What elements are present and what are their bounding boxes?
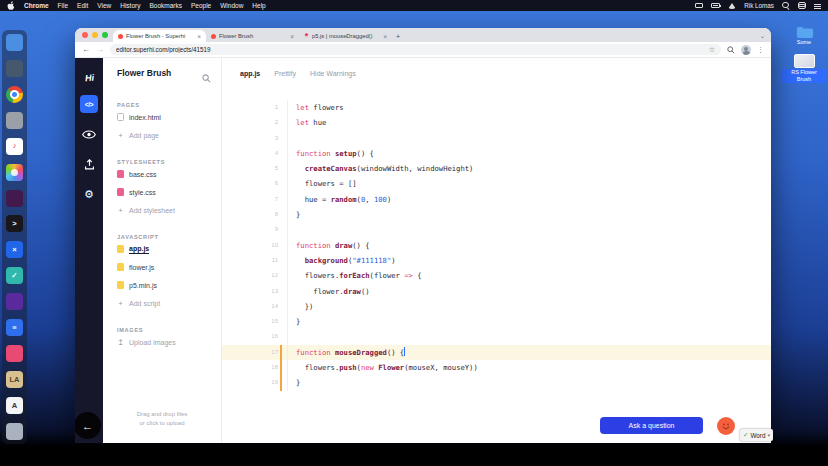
back-button-circle[interactable]: ← — [75, 412, 101, 439]
superhi-logo[interactable]: Hi — [83, 63, 94, 93]
menubar-menus: ChromeFileEditViewHistoryBookmarksPeople… — [7, 1, 266, 10]
notification-icon[interactable] — [814, 4, 821, 9]
sidebar-item-add-stylesheet[interactable]: +Add stylesheet — [117, 201, 221, 219]
browser-tab-1[interactable]: Flower Brush - Superhi× — [113, 30, 206, 42]
dock-icon-slack[interactable] — [6, 190, 23, 207]
code-line[interactable]: 3 — [222, 131, 771, 146]
minimize-button[interactable] — [92, 32, 98, 38]
menu-file[interactable]: File — [58, 2, 68, 9]
code-line[interactable]: 15} — [222, 314, 771, 329]
code-line[interactable]: 11 background("#111118") — [222, 253, 771, 268]
dock-icon-app-slate[interactable] — [6, 60, 23, 77]
close-button[interactable] — [82, 32, 88, 38]
menu-edit[interactable]: Edit — [77, 2, 88, 9]
forward-button[interactable]: → — [96, 46, 104, 54]
dock-icon-app-blue-x[interactable]: × — [6, 241, 23, 258]
dock-icon-finder[interactable] — [6, 34, 23, 51]
battery-icon[interactable] — [711, 3, 720, 8]
publish-upload-icon[interactable] — [80, 155, 98, 173]
code-line[interactable]: 18 flowers.push(new Flower(mouseX, mouse… — [222, 360, 771, 375]
bookmark-star-icon[interactable]: ☆ — [709, 46, 715, 53]
apple-icon[interactable] — [7, 1, 15, 10]
upload-dropzone[interactable]: Drag and drop files or click to upload — [103, 410, 221, 429]
search-icon-mb[interactable] — [782, 2, 790, 10]
action-hide-warnings[interactable]: Hide Warnings — [310, 70, 356, 77]
menu-view[interactable]: View — [97, 2, 111, 9]
menu-help[interactable]: Help — [252, 2, 265, 9]
user-name[interactable]: Rik Lomas — [744, 2, 774, 9]
code-editor-icon[interactable]: </> — [80, 95, 98, 113]
sidebar-item-label: Upload images — [129, 339, 176, 346]
search-icon[interactable] — [202, 69, 211, 87]
tab-close-icon[interactable]: × — [290, 33, 294, 40]
code-line[interactable]: 4function setup() { — [222, 146, 771, 161]
code-line[interactable]: 8} — [222, 207, 771, 222]
browser-tab-2[interactable]: Flower Brush× — [206, 30, 299, 42]
dock-icon-photos[interactable] — [6, 164, 23, 181]
code-line[interactable]: 5 createCanvas(windowWidth, windowHeight… — [222, 161, 771, 176]
wifi-icon[interactable] — [728, 3, 736, 9]
code-line[interactable]: 9 — [222, 222, 771, 237]
sidebar-item-upload-images[interactable]: ↥Upload images — [117, 333, 221, 351]
code-line[interactable]: 6 flowers = [] — [222, 176, 771, 191]
zoom-button[interactable] — [102, 32, 108, 38]
desktop-icon-folder[interactable]: Some — [782, 26, 826, 46]
dock-icon-app-purple[interactable] — [6, 293, 23, 310]
code-line[interactable]: 12 flowers.forEach(flower => { — [222, 268, 771, 283]
code-line[interactable]: 16 — [222, 329, 771, 344]
code-line[interactable]: 19} — [222, 375, 771, 390]
tab-search-chevron-icon[interactable]: ⌄ — [760, 33, 765, 39]
code-line[interactable]: 14 }) — [222, 299, 771, 314]
code-line[interactable]: 10function draw() { — [222, 238, 771, 253]
dock-icon-terminal[interactable]: > — [6, 215, 23, 232]
preview-eye-icon[interactable] — [80, 125, 98, 143]
sidebar-item-p5-min-js[interactable]: p5.min.js — [117, 276, 221, 294]
menu-window[interactable]: Window — [220, 2, 243, 9]
search-zoom-icon[interactable] — [727, 46, 735, 54]
tab-close-icon[interactable]: × — [197, 33, 201, 40]
dock-icon-notes-blue[interactable]: ≡ — [6, 319, 23, 336]
sidebar-item-index-html[interactable]: index.html — [117, 108, 221, 126]
code-line[interactable]: 2let hue — [222, 115, 771, 130]
menu-bookmarks[interactable]: Bookmarks — [149, 2, 182, 9]
desktop-icon-file[interactable]: RS Flower Brush — [782, 54, 826, 83]
new-tab-button[interactable]: + — [392, 30, 404, 42]
sidebar-item-add-script[interactable]: +Add script — [117, 294, 221, 312]
word-count-widget[interactable]: ✓ Word ▾ — [740, 429, 773, 441]
dock-icon-trash[interactable] — [6, 423, 23, 440]
dock-icon-things[interactable]: ✓ — [6, 267, 23, 284]
browser-tab-3[interactable]: *p5.js | mouseDragged()× — [299, 30, 392, 42]
sidebar-item-app-js[interactable]: app.js — [117, 240, 221, 258]
control-center-icon[interactable] — [798, 2, 806, 10]
sidebar-item-flower-js[interactable]: flower.js — [117, 258, 221, 276]
menu-history[interactable]: History — [120, 2, 140, 9]
dock-icon-app-pink[interactable] — [6, 345, 23, 362]
menu-chrome[interactable]: Chrome — [24, 2, 49, 9]
sidebar-item-style-css[interactable]: style.css — [117, 183, 221, 201]
code-line[interactable]: 7 hue = random(0, 100) — [222, 192, 771, 207]
code-line[interactable]: 1let flowers — [222, 100, 771, 115]
dock-icon-a-app[interactable]: A — [6, 397, 23, 414]
tab-close-icon[interactable]: × — [383, 33, 387, 40]
dock-icon-la-app[interactable]: LA — [6, 371, 23, 388]
code-area[interactable]: 1let flowers2let hue34function setup() {… — [222, 100, 771, 391]
code-line[interactable]: 17function mouseDragged() { — [222, 345, 771, 360]
menu-people[interactable]: People — [191, 2, 211, 9]
dock-icon-music[interactable]: ♪ — [6, 138, 23, 155]
ask-question-button[interactable]: Ask a question — [600, 417, 703, 434]
code-line[interactable]: 13 flower.draw() — [222, 284, 771, 299]
chat-smiley-button[interactable] — [717, 417, 735, 435]
action-prettify[interactable]: Prettify — [274, 70, 296, 77]
dock-icon-messages[interactable] — [6, 112, 23, 129]
sidebar-item-add-page[interactable]: +Add page — [117, 126, 221, 144]
tab-app-js[interactable]: app.js — [240, 70, 260, 77]
profile-avatar[interactable] — [741, 45, 751, 55]
display-icon[interactable] — [695, 3, 703, 9]
line-number: 10 — [222, 238, 288, 253]
dock-icon-chrome[interactable] — [6, 86, 23, 103]
sidebar-item-base-css[interactable]: base.css — [117, 165, 221, 183]
menu-dots-icon[interactable]: ⋮ — [757, 46, 764, 54]
address-bar[interactable]: editor.superhi.com/projects/41519 ☆ — [110, 44, 721, 55]
settings-gear-icon[interactable]: ⚙ — [80, 185, 98, 203]
back-button[interactable]: ← — [82, 46, 90, 54]
